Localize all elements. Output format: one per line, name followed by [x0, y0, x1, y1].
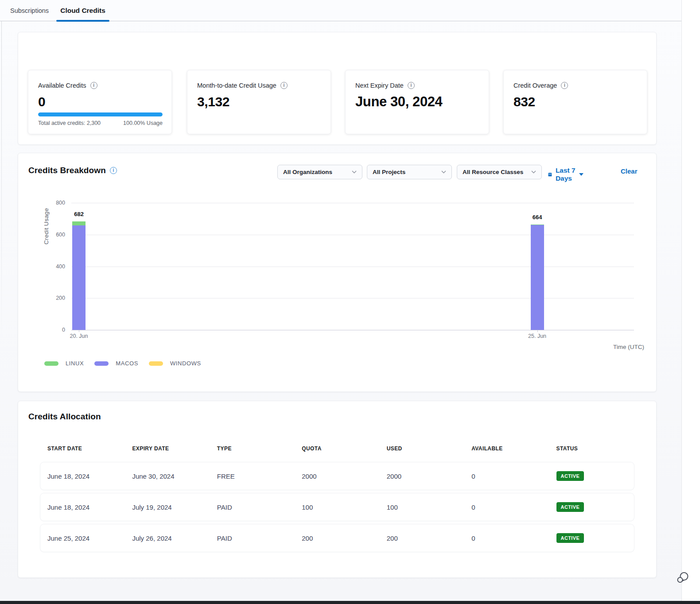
cell-expiry-date: July 26, 2024 — [125, 534, 210, 542]
credits-usage-section: Credits & Usage Available Credits i 0 To… — [18, 32, 657, 145]
bar-segment-linux[interactable] — [72, 221, 86, 225]
allocation-table-body: June 18, 2024 June 30, 2024 FREE 2000 20… — [40, 462, 634, 555]
support-chat-icon[interactable] — [675, 570, 690, 585]
legend-item-linux[interactable]: LINUX — [44, 360, 84, 367]
available-credits-value: 0 — [38, 94, 162, 109]
x-axis-title: Time (UTC) — [613, 344, 644, 350]
col-start-date: START DATE — [40, 445, 125, 452]
credits-breakdown-section: Credits Breakdown i All Organizations Al… — [18, 153, 657, 392]
bar-segment-macos[interactable] — [72, 225, 86, 330]
gridline — [71, 235, 634, 235]
info-icon[interactable]: i — [561, 82, 568, 89]
x-tick-mark — [79, 330, 79, 332]
next-expiry-label: Next Expiry Date — [355, 82, 404, 89]
cell-start-date: June 25, 2024 — [40, 534, 125, 542]
allocation-table-header: START DATE EXPIRY DATE TYPE QUOTA USED A… — [40, 445, 634, 452]
table-row: June 18, 2024 July 19, 2024 PAID 100 100… — [40, 493, 634, 521]
credits-progress-fill — [38, 112, 163, 116]
resource-classes-select[interactable]: All Resource Classes — [457, 165, 542, 179]
bar-value-label: 664 — [524, 214, 551, 221]
status-badge: ACTIVE — [556, 533, 584, 543]
organizations-select-value: All Organizations — [283, 169, 332, 175]
credit-overage-card: Credit Overage i 832 — [503, 70, 647, 134]
legend-swatch — [94, 361, 109, 366]
clear-filters-button[interactable]: Clear — [621, 167, 638, 175]
cell-available: 0 — [464, 472, 549, 480]
mtd-usage-value: 3,132 — [197, 94, 321, 109]
next-expiry-value: June 30, 2024 — [355, 94, 479, 109]
main-content: Subscriptions Cloud Credits Credits & Us… — [0, 0, 681, 601]
y-tick-label: 600 — [46, 231, 65, 238]
credits-allocation-title: Credits Allocation — [28, 412, 101, 422]
tab-cloud-credits-label: Cloud Credits — [60, 7, 105, 15]
scrollbar-gutter — [681, 0, 700, 601]
date-range-picker[interactable]: Last 7 Days — [548, 166, 583, 182]
chart-plot: Credit Usage 800600400200068220. Jun6642… — [71, 203, 634, 330]
status-badge: ACTIVE — [556, 502, 584, 512]
mtd-usage-label-row: Month-to-date Credit Usage i — [197, 82, 321, 89]
total-active-credits: Total active credits: 2,300 — [38, 120, 101, 126]
bar-segment-macos[interactable] — [531, 225, 544, 330]
chart-legend: LINUXMACOSWINDOWS — [44, 360, 201, 367]
credits-breakdown-title-text: Credits Breakdown — [28, 166, 106, 175]
page: Subscriptions Cloud Credits Credits & Us… — [0, 0, 700, 604]
usage-percent: 100.00% Usage — [123, 120, 163, 126]
legend-item-windows[interactable]: WINDOWS — [149, 360, 201, 367]
credits-breakdown-title: Credits Breakdown i — [28, 166, 117, 175]
cell-expiry-date: June 30, 2024 — [125, 472, 210, 480]
legend-swatch — [44, 361, 58, 366]
caret-down-icon — [579, 173, 583, 176]
tab-subscriptions[interactable]: Subscriptions — [10, 0, 49, 21]
bar-value-label: 682 — [66, 211, 92, 217]
resource-classes-select-value: All Resource Classes — [463, 169, 523, 175]
date-range-value: Last 7 Days — [556, 166, 576, 182]
mtd-usage-card: Month-to-date Credit Usage i 3,132 — [187, 70, 331, 134]
tab-subscriptions-label: Subscriptions — [10, 7, 49, 14]
credit-overage-label-row: Credit Overage i — [513, 82, 637, 89]
projects-select-value: All Projects — [373, 169, 405, 175]
x-tick-label: 25. Jun — [524, 333, 551, 339]
y-tick-label: 0 — [46, 326, 65, 333]
info-icon[interactable]: i — [110, 167, 117, 174]
cell-used: 100 — [380, 503, 464, 511]
cell-quota: 2000 — [295, 472, 379, 480]
available-credits-footer: Total active credits: 2,300 100.00% Usag… — [38, 120, 163, 126]
info-icon[interactable]: i — [280, 82, 288, 89]
credits-progress-bar — [38, 112, 163, 116]
x-tick-label: 20. Jun — [66, 333, 92, 339]
y-tick-label: 400 — [46, 263, 65, 270]
credits-allocation-title-text: Credits Allocation — [28, 412, 101, 422]
credit-overage-value: 832 — [513, 94, 637, 109]
col-status: STATUS — [549, 445, 634, 452]
status-badge: ACTIVE — [556, 471, 584, 481]
legend-label: MACOS — [116, 360, 138, 367]
cell-used: 2000 — [380, 472, 464, 480]
table-row: June 25, 2024 July 26, 2024 PAID 200 200… — [40, 524, 634, 552]
tab-bar: Subscriptions Cloud Credits — [0, 0, 681, 21]
available-credits-label: Available Credits — [38, 82, 86, 89]
cell-used: 200 — [380, 534, 464, 542]
col-type: TYPE — [210, 445, 295, 452]
tab-cloud-credits[interactable]: Cloud Credits — [56, 0, 109, 21]
info-icon[interactable]: i — [90, 82, 97, 89]
cell-available: 0 — [464, 534, 549, 542]
active-tab-indicator — [56, 20, 109, 22]
projects-select[interactable]: All Projects — [367, 165, 452, 179]
cell-start-date: June 18, 2024 — [40, 503, 125, 511]
chevron-down-icon — [441, 170, 446, 174]
info-icon[interactable]: i — [408, 82, 415, 89]
gridline — [71, 298, 634, 298]
col-quota: QUOTA — [295, 445, 379, 452]
col-used: USED — [380, 445, 464, 452]
available-credits-card: Available Credits i 0 Total active credi… — [28, 70, 172, 134]
table-row: June 18, 2024 June 30, 2024 FREE 2000 20… — [40, 462, 634, 490]
bar-segment-linux[interactable] — [531, 225, 544, 225]
window-bottom-edge — [0, 601, 700, 604]
legend-label: WINDOWS — [170, 360, 201, 367]
col-available: AVAILABLE — [464, 445, 549, 452]
legend-item-macos[interactable]: MACOS — [94, 360, 138, 367]
mtd-usage-label: Month-to-date Credit Usage — [197, 82, 276, 89]
next-expiry-card: Next Expiry Date i June 30, 2024 — [345, 70, 489, 134]
organizations-select[interactable]: All Organizations — [277, 165, 362, 179]
credits-allocation-section: Credits Allocation START DATE EXPIRY DAT… — [18, 401, 657, 578]
